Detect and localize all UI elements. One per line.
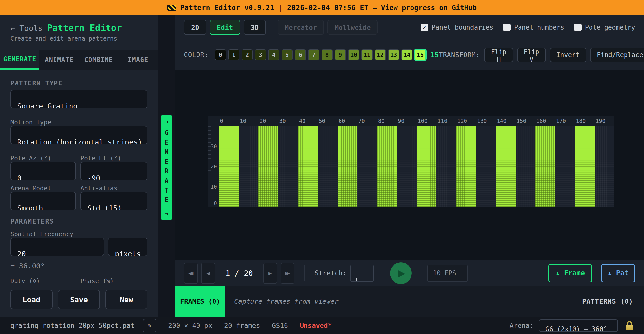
- motion-type-value: Rotation (horizontal stripes): [17, 138, 142, 144]
- anti-alias-label: Anti-alias: [80, 185, 148, 192]
- anti-alias-select[interactable]: Std (15): [80, 192, 148, 210]
- next-frame-button[interactable]: ▶: [263, 263, 277, 284]
- flip-v-button[interactable]: Flip V: [517, 48, 546, 62]
- main-shell: ← Tools Pattern Editor Create and edit a…: [0, 15, 644, 317]
- swatch-number: 9: [338, 52, 342, 58]
- pattern-type-select[interactable]: Square Grating: [10, 90, 148, 108]
- find-replace-button[interactable]: Find/Replace: [590, 48, 644, 62]
- tab-image[interactable]: IMAGE: [118, 50, 158, 70]
- color-swatch-14[interactable]: 14: [402, 49, 412, 60]
- generate-button-label: GENERATE: [164, 129, 170, 206]
- color-swatch-10[interactable]: 10: [348, 49, 359, 60]
- rename-file-button[interactable]: ✎: [143, 319, 156, 332]
- sidebar-footer: LoadSaveNew: [0, 283, 158, 317]
- color-swatch-15[interactable]: 15: [415, 49, 426, 60]
- x-ruler-label: 50: [319, 118, 326, 124]
- view-button-mercator[interactable]: Mercator: [278, 20, 324, 35]
- x-ruler-label: 90: [398, 118, 404, 124]
- swatch-number: 10: [350, 52, 357, 58]
- swatch-number: 15: [417, 52, 424, 58]
- fps-value: 10 FPS: [433, 270, 456, 277]
- x-ruler-cell: 170: [555, 116, 575, 126]
- motion-type-label: Motion Type: [10, 119, 148, 126]
- x-ruler-label: 60: [338, 118, 345, 124]
- skip-end-button[interactable]: ▶▶: [280, 263, 294, 284]
- checkbox-pole-geometry[interactable]: Pole geometry: [574, 24, 635, 31]
- pole-az-input[interactable]: 0: [10, 162, 76, 180]
- stretch-input[interactable]: 1: [350, 265, 374, 282]
- invert-button[interactable]: Invert: [550, 48, 586, 62]
- swatch-number: 4: [272, 52, 276, 58]
- arena-select[interactable]: G6 (2x10) — 360°: [539, 320, 618, 332]
- unchecked-checkbox-icon: [503, 24, 510, 31]
- view-button-3d[interactable]: 3D: [244, 20, 266, 35]
- sidebar-subtitle: Create and edit arena patterns: [10, 35, 158, 42]
- skip-start-button[interactable]: ◀◀: [184, 263, 198, 284]
- tab-patterns[interactable]: PATTERNS (0): [582, 286, 633, 317]
- github-progress-link[interactable]: View progress on GitHub: [381, 4, 476, 12]
- ruler-corner: [208, 116, 219, 126]
- download-frame-button[interactable]: ↓ Frame: [548, 264, 592, 282]
- frames-strip: FRAMES (0) Capture frames from viewer PA…: [175, 286, 644, 317]
- view-button-edit[interactable]: Edit: [210, 20, 240, 35]
- pattern-canvas[interactable]: [219, 126, 614, 207]
- color-swatch-12[interactable]: 12: [375, 49, 386, 60]
- color-swatch-5[interactable]: 5: [282, 49, 293, 60]
- color-swatch-11[interactable]: 11: [362, 49, 372, 60]
- view-button-2d[interactable]: 2D: [184, 20, 206, 35]
- flip-h-button[interactable]: Flip H: [484, 48, 513, 62]
- fps-input[interactable]: 10 FPS: [427, 265, 468, 282]
- spatial-frequency-input[interactable]: 20: [10, 238, 104, 256]
- pattern-type-value: Square Grating: [17, 102, 78, 108]
- x-ruler-cell: 130: [476, 116, 496, 126]
- sidebar-title: Pattern Editor: [47, 23, 122, 33]
- x-ruler-label: 30: [279, 118, 286, 124]
- color-swatch-4[interactable]: 4: [268, 49, 279, 60]
- checkbox-panel-numbers[interactable]: Panel numbers: [503, 24, 564, 31]
- pattern-editor-app: Pattern Editor v0.9.21 | 2026-02-04 07:5…: [0, 0, 644, 334]
- arena-model-select[interactable]: Smooth: [10, 192, 76, 210]
- swatch-number: 12: [377, 52, 384, 58]
- color-swatch-0[interactable]: 0: [215, 49, 226, 60]
- color-swatch-6[interactable]: 6: [295, 49, 306, 60]
- transform-group: TRANSFORM: Flip HFlip VInvertFind/Replac…: [439, 48, 644, 62]
- color-swatch-3[interactable]: 3: [255, 49, 266, 60]
- color-swatch-2[interactable]: 2: [242, 49, 253, 60]
- color-swatch-13[interactable]: 13: [388, 49, 399, 60]
- sidebar: ← Tools Pattern Editor Create and edit a…: [0, 15, 158, 317]
- color-palette: 0123456789101112131415: [215, 49, 426, 60]
- stretch-value: 1: [354, 277, 358, 282]
- motion-type-select[interactable]: Rotation (horizontal stripes): [10, 126, 148, 144]
- generate-button[interactable]: → GENERATE →: [161, 114, 172, 220]
- x-ruler-cell: 50: [318, 116, 338, 126]
- tab-frames[interactable]: FRAMES (0): [175, 286, 225, 317]
- x-ruler-cell: 70: [357, 116, 377, 126]
- download-pattern-button[interactable]: ↓ Pat: [601, 264, 635, 282]
- color-swatch-7[interactable]: 7: [308, 49, 319, 60]
- prev-frame-button[interactable]: ◀: [201, 263, 215, 284]
- play-button[interactable]: ▶: [390, 262, 412, 284]
- color-swatch-1[interactable]: 1: [228, 49, 240, 60]
- x-ruler-label: 20: [260, 118, 266, 124]
- color-swatch-9[interactable]: 9: [335, 49, 346, 60]
- checkbox-panel-boundaries[interactable]: ✓Panel boundaries: [421, 24, 493, 31]
- tab-generate[interactable]: GENERATE: [0, 50, 40, 70]
- pole-el-input[interactable]: -90: [80, 162, 148, 180]
- new-button[interactable]: New: [105, 290, 148, 309]
- back-to-tools-link[interactable]: ← Tools: [10, 24, 43, 32]
- x-ruler-label: 180: [576, 118, 586, 124]
- topbar: Pattern Editor v0.9.21 | 2026-02-04 07:5…: [0, 0, 644, 15]
- play-icon: ▶: [397, 268, 405, 278]
- x-axis-ruler: 0102030405060708090100110120130140150160…: [219, 116, 614, 126]
- tab-combine[interactable]: COMBINE: [79, 50, 118, 70]
- load-button[interactable]: Load: [10, 290, 52, 309]
- color-swatch-8[interactable]: 8: [322, 49, 332, 60]
- spatial-frequency-unit-select[interactable]: pixels: [108, 238, 148, 256]
- save-button[interactable]: Save: [58, 290, 100, 309]
- checkbox-label: Pole geometry: [585, 24, 635, 31]
- transform-label: TRANSFORM:: [439, 51, 480, 59]
- tab-animate[interactable]: ANIMATE: [40, 50, 79, 70]
- view-button-mollweide[interactable]: Mollweide: [328, 20, 378, 35]
- spatial-frequency-degrees: = 36.00°: [10, 262, 148, 270]
- x-ruler-cell: 0: [219, 116, 239, 126]
